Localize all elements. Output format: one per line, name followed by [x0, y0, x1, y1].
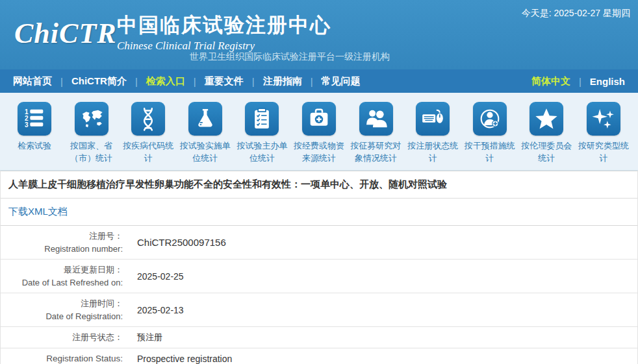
- tool-stats-by-implementing-unit[interactable]: 按试验实施单位统计: [177, 102, 233, 170]
- date-of-registration-value: 2025-02-13: [128, 301, 637, 319]
- lang-simplified-chinese[interactable]: 简体中文: [531, 75, 570, 88]
- table-row-last-refreshed: 最近更新日期： Date of Last Refreshed on: 2025-…: [1, 260, 637, 293]
- nav-item-faq[interactable]: 常见问题: [322, 75, 361, 88]
- tool-stats-by-disease-code[interactable]: 按疾病代码统计: [120, 102, 176, 170]
- people-group-icon: [359, 102, 393, 136]
- nav-separator: |: [311, 76, 313, 87]
- last-refreshed-value: 2025-02-25: [128, 267, 637, 285]
- tool-stats-by-recruitment[interactable]: 按征募研究对象情况统计: [348, 102, 404, 170]
- nav-item-important-docs[interactable]: 重要文件: [205, 75, 244, 88]
- tool-stats-by-ethics-committee[interactable]: 按伦理委员会统计: [518, 102, 574, 170]
- lang-english[interactable]: English: [590, 76, 625, 87]
- download-xml-row: 下载XML文档: [1, 199, 637, 226]
- tool-search-trials[interactable]: 1 2 3 检索试验: [6, 102, 62, 170]
- table-row-registration-status-en: Registration Status: Prospective registr…: [1, 348, 637, 364]
- main-nav: 网站首页 | ChiCTR简介 | 检索入口 | 重要文件 | 注册指南 | 常…: [0, 69, 638, 93]
- doctor-plus-icon: [473, 102, 507, 136]
- registration-status-en-value: Prospective registration: [128, 350, 637, 364]
- nav-separator: |: [60, 76, 63, 87]
- keyboard-mouse-icon: [416, 102, 450, 136]
- table-row-registration-number: 注册号： Registration number: ChiCTR25000971…: [1, 226, 637, 260]
- table-row-date-of-registration: 注册时间： Date of Registration: 2025-02-13: [1, 293, 637, 327]
- registration-status-zh-value: 预注册: [128, 328, 637, 347]
- chictr-logo[interactable]: ChiCTR: [14, 17, 117, 50]
- row-label: 注册号状态：: [1, 327, 128, 348]
- nav-separator: |: [135, 76, 138, 87]
- who-platform-subtitle: 世界卫生组织国际临床试验注册平台一级注册机构: [190, 51, 390, 63]
- tool-stats-by-funding-source[interactable]: 按经费或物资来源统计: [291, 102, 347, 170]
- statistics-toolbar: 1 2 3 检索试验 按国家、省（市）统计: [0, 93, 638, 171]
- nav-separator: |: [252, 76, 255, 87]
- row-label: 注册时间： Date of Registration:: [1, 293, 128, 326]
- nav-item-about[interactable]: ChiCTR简介: [71, 75, 127, 88]
- nav-separator: |: [579, 76, 581, 87]
- today-date: 今天是: 2025-02-27 星期四: [522, 8, 630, 19]
- nav-item-registration-guide[interactable]: 注册指南: [263, 75, 302, 88]
- medical-kit-icon: [302, 102, 336, 136]
- registration-table: 注册号： Registration number: ChiCTR25000971…: [1, 226, 637, 364]
- site-title-block: 中国临床试验注册中心 Chinese Clinical Trial Regist…: [117, 12, 331, 53]
- download-xml-link[interactable]: 下载XML文档: [8, 206, 68, 218]
- row-label: 最近更新日期： Date of Last Refreshed on:: [1, 260, 128, 293]
- flask-icon: [188, 102, 222, 136]
- nav-item-search-entry[interactable]: 检索入口: [146, 75, 185, 88]
- star-icon: [530, 102, 563, 136]
- row-label: Registration Status:: [1, 348, 128, 364]
- nav-separator: |: [194, 76, 196, 87]
- trial-detail-panel: 人羊膜上皮干细胞移植治疗早发性卵巢功能不全的安全性和有效性：一项单中心、开放、随…: [0, 171, 638, 364]
- tool-stats-by-intervention[interactable]: 按干预措施统计: [462, 102, 518, 170]
- world-map-icon: [75, 102, 108, 136]
- study-title: 人羊膜上皮干细胞移植治疗早发性卵巢功能不全的安全性和有效性：一项单中心、开放、随…: [1, 171, 637, 199]
- row-label: 注册号： Registration number:: [1, 226, 128, 259]
- tool-stats-by-country[interactable]: 按国家、省（市）统计: [64, 102, 120, 170]
- clipboard-checklist-icon: [245, 102, 279, 136]
- registration-number-value: ChiCTR2500097156: [128, 233, 637, 252]
- svg-text:3: 3: [25, 121, 29, 128]
- tool-stats-by-sponsor-unit[interactable]: 按试验主办单位统计: [234, 102, 290, 170]
- site-title-en: Chinese Clinical Trial Registry: [117, 40, 331, 53]
- sparkles-icon: [587, 102, 620, 136]
- numbered-list-icon: 1 2 3: [18, 102, 51, 136]
- tool-stats-by-study-type[interactable]: 按研究类型统计: [576, 102, 632, 170]
- tool-stats-by-registration-status[interactable]: 按注册状态统计: [405, 102, 461, 170]
- dna-icon: [131, 102, 165, 136]
- site-title-zh: 中国临床试验注册中心: [117, 12, 331, 39]
- nav-item-home[interactable]: 网站首页: [13, 75, 52, 88]
- site-header: ChiCTR 中国临床试验注册中心 Chinese Clinical Trial…: [0, 0, 638, 69]
- table-row-registration-status-zh: 注册号状态： 预注册: [1, 327, 637, 348]
